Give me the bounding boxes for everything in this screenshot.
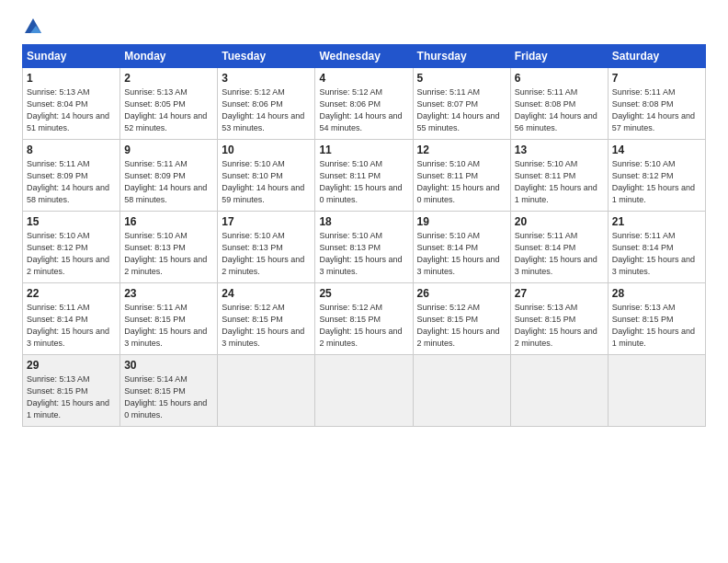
day-info: Sunrise: 5:13 AMSunset: 8:15 PMDaylight:…	[515, 302, 604, 350]
calendar-cell: 8Sunrise: 5:11 AMSunset: 8:09 PMDaylight…	[23, 140, 120, 212]
day-info: Sunrise: 5:13 AMSunset: 8:15 PMDaylight:…	[612, 302, 701, 350]
day-info: Sunrise: 5:14 AMSunset: 8:15 PMDaylight:…	[124, 373, 213, 421]
day-number: 17	[222, 215, 311, 228]
calendar-cell: 26Sunrise: 5:12 AMSunset: 8:15 PMDayligh…	[413, 283, 510, 355]
day-info: Sunrise: 5:11 AMSunset: 8:14 PMDaylight:…	[515, 230, 604, 278]
day-number: 5	[417, 72, 506, 85]
page: SundayMondayTuesdayWednesdayThursdayFrid…	[0, 0, 728, 563]
calendar-cell: 12Sunrise: 5:10 AMSunset: 8:11 PMDayligh…	[413, 140, 510, 212]
day-info: Sunrise: 5:10 AMSunset: 8:12 PMDaylight:…	[27, 230, 116, 278]
day-info: Sunrise: 5:13 AMSunset: 8:05 PMDaylight:…	[124, 86, 213, 134]
calendar-cell	[413, 355, 510, 427]
calendar-cell	[315, 355, 413, 427]
day-header-wednesday: Wednesday	[315, 45, 413, 68]
day-info: Sunrise: 5:10 AMSunset: 8:11 PMDaylight:…	[515, 158, 604, 206]
calendar-cell: 18Sunrise: 5:10 AMSunset: 8:13 PMDayligh…	[315, 212, 413, 283]
day-number: 19	[417, 215, 506, 228]
day-number: 9	[124, 144, 213, 156]
calendar-week-3: 15Sunrise: 5:10 AMSunset: 8:12 PMDayligh…	[23, 212, 706, 283]
day-number: 23	[124, 287, 213, 300]
day-number: 11	[319, 144, 408, 156]
calendar-cell: 5Sunrise: 5:11 AMSunset: 8:07 PMDaylight…	[413, 68, 510, 140]
calendar-cell	[510, 355, 608, 427]
day-info: Sunrise: 5:10 AMSunset: 8:11 PMDaylight:…	[417, 158, 506, 206]
calendar-cell	[218, 355, 315, 427]
day-number: 18	[319, 215, 408, 228]
day-number: 8	[27, 144, 116, 156]
day-header-friday: Friday	[510, 45, 608, 68]
day-info: Sunrise: 5:11 AMSunset: 8:09 PMDaylight:…	[27, 158, 116, 206]
day-number: 10	[222, 144, 311, 156]
day-info: Sunrise: 5:12 AMSunset: 8:15 PMDaylight:…	[417, 302, 506, 350]
day-number: 28	[612, 287, 701, 300]
calendar-week-4: 22Sunrise: 5:11 AMSunset: 8:14 PMDayligh…	[23, 283, 706, 355]
calendar-week-1: 1Sunrise: 5:13 AMSunset: 8:04 PMDaylight…	[23, 68, 706, 140]
day-info: Sunrise: 5:10 AMSunset: 8:10 PMDaylight:…	[222, 158, 311, 206]
day-number: 4	[319, 72, 408, 85]
day-number: 16	[124, 215, 213, 228]
calendar-cell: 24Sunrise: 5:12 AMSunset: 8:15 PMDayligh…	[218, 283, 315, 355]
day-info: Sunrise: 5:10 AMSunset: 8:13 PMDaylight:…	[319, 230, 408, 278]
calendar-cell: 20Sunrise: 5:11 AMSunset: 8:14 PMDayligh…	[510, 212, 608, 283]
day-info: Sunrise: 5:13 AMSunset: 8:15 PMDaylight:…	[27, 373, 116, 421]
day-info: Sunrise: 5:12 AMSunset: 8:06 PMDaylight:…	[222, 86, 311, 134]
calendar-cell: 23Sunrise: 5:11 AMSunset: 8:15 PMDayligh…	[120, 283, 218, 355]
day-number: 14	[612, 144, 701, 156]
calendar-cell: 3Sunrise: 5:12 AMSunset: 8:06 PMDaylight…	[218, 68, 315, 140]
calendar-cell: 11Sunrise: 5:10 AMSunset: 8:11 PMDayligh…	[315, 140, 413, 212]
calendar-week-2: 8Sunrise: 5:11 AMSunset: 8:09 PMDaylight…	[23, 140, 706, 212]
day-info: Sunrise: 5:10 AMSunset: 8:13 PMDaylight:…	[222, 230, 311, 278]
day-header-saturday: Saturday	[608, 45, 705, 68]
calendar-cell: 6Sunrise: 5:11 AMSunset: 8:08 PMDaylight…	[510, 68, 608, 140]
day-number: 21	[612, 215, 701, 228]
day-number: 24	[222, 287, 311, 300]
day-info: Sunrise: 5:11 AMSunset: 8:07 PMDaylight:…	[417, 86, 506, 134]
calendar: SundayMondayTuesdayWednesdayThursdayFrid…	[22, 44, 706, 427]
day-number: 6	[515, 72, 604, 85]
calendar-cell: 22Sunrise: 5:11 AMSunset: 8:14 PMDayligh…	[23, 283, 120, 355]
calendar-cell: 1Sunrise: 5:13 AMSunset: 8:04 PMDaylight…	[23, 68, 120, 140]
calendar-cell	[608, 355, 705, 427]
day-info: Sunrise: 5:11 AMSunset: 8:08 PMDaylight:…	[515, 86, 604, 134]
day-header-thursday: Thursday	[413, 45, 510, 68]
day-number: 20	[515, 215, 604, 228]
calendar-cell: 21Sunrise: 5:11 AMSunset: 8:14 PMDayligh…	[608, 212, 705, 283]
day-info: Sunrise: 5:11 AMSunset: 8:09 PMDaylight:…	[124, 158, 213, 206]
day-number: 15	[27, 215, 116, 228]
day-header-tuesday: Tuesday	[218, 45, 315, 68]
day-number: 7	[612, 72, 701, 85]
calendar-cell: 10Sunrise: 5:10 AMSunset: 8:10 PMDayligh…	[218, 140, 315, 212]
day-number: 12	[417, 144, 506, 156]
calendar-cell: 2Sunrise: 5:13 AMSunset: 8:05 PMDaylight…	[120, 68, 218, 140]
day-info: Sunrise: 5:10 AMSunset: 8:13 PMDaylight:…	[124, 230, 213, 278]
calendar-cell: 13Sunrise: 5:10 AMSunset: 8:11 PMDayligh…	[510, 140, 608, 212]
day-header-monday: Monday	[120, 45, 218, 68]
calendar-cell: 28Sunrise: 5:13 AMSunset: 8:15 PMDayligh…	[608, 283, 705, 355]
calendar-cell: 19Sunrise: 5:10 AMSunset: 8:14 PMDayligh…	[413, 212, 510, 283]
day-number: 30	[124, 359, 213, 372]
day-number: 3	[222, 72, 311, 85]
day-info: Sunrise: 5:10 AMSunset: 8:12 PMDaylight:…	[612, 158, 701, 206]
day-number: 1	[27, 72, 116, 85]
day-info: Sunrise: 5:10 AMSunset: 8:11 PMDaylight:…	[319, 158, 408, 206]
logo-icon	[23, 17, 43, 37]
day-info: Sunrise: 5:11 AMSunset: 8:14 PMDaylight:…	[27, 302, 116, 350]
day-info: Sunrise: 5:11 AMSunset: 8:08 PMDaylight:…	[612, 86, 701, 134]
calendar-cell: 25Sunrise: 5:12 AMSunset: 8:15 PMDayligh…	[315, 283, 413, 355]
day-number: 29	[27, 359, 116, 372]
calendar-week-5: 29Sunrise: 5:13 AMSunset: 8:15 PMDayligh…	[23, 355, 706, 427]
calendar-cell: 17Sunrise: 5:10 AMSunset: 8:13 PMDayligh…	[218, 212, 315, 283]
header	[22, 17, 706, 37]
calendar-header-row: SundayMondayTuesdayWednesdayThursdayFrid…	[23, 45, 706, 68]
calendar-cell: 7Sunrise: 5:11 AMSunset: 8:08 PMDaylight…	[608, 68, 705, 140]
day-info: Sunrise: 5:13 AMSunset: 8:04 PMDaylight:…	[27, 86, 116, 134]
calendar-cell: 29Sunrise: 5:13 AMSunset: 8:15 PMDayligh…	[23, 355, 120, 427]
day-number: 2	[124, 72, 213, 85]
calendar-cell: 4Sunrise: 5:12 AMSunset: 8:06 PMDaylight…	[315, 68, 413, 140]
day-header-sunday: Sunday	[23, 45, 120, 68]
day-info: Sunrise: 5:12 AMSunset: 8:15 PMDaylight:…	[319, 302, 408, 350]
calendar-cell: 30Sunrise: 5:14 AMSunset: 8:15 PMDayligh…	[120, 355, 218, 427]
day-info: Sunrise: 5:10 AMSunset: 8:14 PMDaylight:…	[417, 230, 506, 278]
calendar-cell: 15Sunrise: 5:10 AMSunset: 8:12 PMDayligh…	[23, 212, 120, 283]
calendar-cell: 9Sunrise: 5:11 AMSunset: 8:09 PMDaylight…	[120, 140, 218, 212]
